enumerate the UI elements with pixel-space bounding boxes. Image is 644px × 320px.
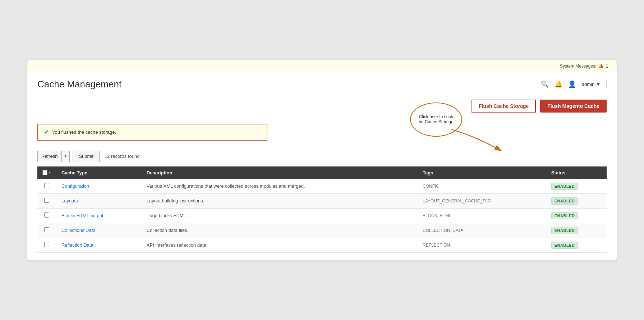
warning-triangle bbox=[599, 64, 604, 68]
system-messages-label: System Messages: bbox=[560, 64, 596, 69]
callout-arrow bbox=[448, 129, 505, 155]
table-body: Configuration Various XML configurations… bbox=[37, 179, 607, 253]
content-area: Click here to flush the Cache Storage. F… bbox=[27, 95, 617, 260]
cache-type-cell[interactable]: Reflection Data bbox=[56, 238, 142, 252]
col-header-status: Status bbox=[546, 166, 607, 179]
refresh-dropdown-arrow[interactable]: ▼ bbox=[61, 151, 70, 162]
callout-text: Click here to flush the Cache Storage. bbox=[416, 114, 456, 124]
system-messages-count: 1 bbox=[606, 64, 608, 69]
status-cell: ENABLED bbox=[546, 223, 607, 238]
header: Cache Management 🔍 🔔 👤 admin ▼ bbox=[27, 72, 617, 95]
row-checkbox-cell bbox=[37, 208, 56, 223]
table-container: ▼ Cache Type Description Tags Status Con… bbox=[27, 166, 617, 253]
row-checkbox[interactable] bbox=[44, 227, 49, 232]
toolbar: Flush Cache Storage Flush Magento Cache bbox=[27, 95, 617, 117]
table-header: ▼ Cache Type Description Tags Status bbox=[37, 166, 607, 179]
header-row: ▼ Cache Type Description Tags Status bbox=[37, 166, 607, 179]
status-cell: ENABLED bbox=[546, 179, 607, 194]
submit-button[interactable]: Submit bbox=[73, 151, 99, 162]
cache-table: ▼ Cache Type Description Tags Status Con… bbox=[37, 166, 607, 253]
row-checkbox[interactable] bbox=[44, 242, 49, 247]
actions-bar: Refresh ▼ Submit 12 records found bbox=[27, 147, 617, 166]
row-checkbox-cell bbox=[37, 179, 56, 194]
refresh-button[interactable]: Refresh ▼ bbox=[37, 151, 70, 162]
status-cell: ENABLED bbox=[546, 238, 607, 252]
col-header-cache-type: Cache Type bbox=[56, 166, 142, 179]
row-checkbox[interactable] bbox=[44, 212, 49, 218]
status-badge: ENABLED bbox=[551, 212, 578, 219]
table-row: Layouts Layout building instructions. LA… bbox=[37, 193, 607, 208]
table-row: Configuration Various XML configurations… bbox=[37, 179, 607, 194]
status-badge: ENABLED bbox=[551, 242, 578, 249]
refresh-label: Refresh bbox=[38, 154, 61, 159]
system-bar: System Messages: 1 bbox=[27, 60, 617, 72]
tags-cell: CONFIG bbox=[418, 179, 546, 194]
row-checkbox-cell bbox=[37, 223, 56, 238]
tags-cell: COLLECTION_DATA bbox=[418, 223, 546, 238]
cache-type-cell[interactable]: Configuration bbox=[56, 179, 142, 194]
row-checkbox[interactable] bbox=[44, 183, 49, 188]
page-wrapper: System Messages: 1 Cache Management 🔍 🔔 … bbox=[27, 60, 617, 260]
row-checkbox-cell bbox=[37, 193, 56, 208]
admin-label-text: admin bbox=[582, 82, 594, 87]
table-row: Blocks HTML output Page blocks HTML. BLO… bbox=[37, 208, 607, 223]
success-message-box: ✔ You flushed the cache storage. bbox=[37, 124, 267, 141]
header-divider bbox=[606, 81, 607, 88]
status-badge: ENABLED bbox=[551, 183, 578, 190]
row-checkbox[interactable] bbox=[44, 198, 49, 203]
select-all-dropdown[interactable]: ▼ bbox=[48, 171, 51, 174]
warning-icon bbox=[598, 63, 604, 69]
table-row: Collections Data Collection data files. … bbox=[37, 223, 607, 238]
cache-type-cell[interactable]: Collections Data bbox=[56, 223, 142, 238]
row-checkbox-cell bbox=[37, 238, 56, 252]
bell-icon[interactable]: 🔔 bbox=[555, 80, 562, 88]
select-all-checkbox[interactable] bbox=[42, 170, 47, 175]
user-icon[interactable]: 👤 bbox=[568, 80, 576, 88]
description-cell: API interfaces reflection data. bbox=[142, 238, 418, 252]
select-all-column: ▼ bbox=[37, 166, 56, 179]
description-cell: Layout building instructions. bbox=[142, 193, 418, 208]
admin-menu[interactable]: admin ▼ bbox=[582, 82, 601, 87]
success-text: You flushed the cache storage. bbox=[52, 129, 116, 135]
col-header-description: Description bbox=[142, 166, 418, 179]
check-icon: ✔ bbox=[44, 129, 49, 136]
flush-cache-storage-button[interactable]: Flush Cache Storage bbox=[472, 100, 536, 113]
status-badge: ENABLED bbox=[551, 197, 578, 205]
status-badge: ENABLED bbox=[551, 227, 578, 234]
description-cell: Page blocks HTML. bbox=[142, 208, 418, 223]
tags-cell: REFLECTION bbox=[418, 238, 546, 252]
description-cell: Collection data files. bbox=[142, 223, 418, 238]
admin-dropdown-arrow: ▼ bbox=[596, 82, 601, 87]
cache-type-cell[interactable]: Blocks HTML output bbox=[56, 208, 142, 223]
description-cell: Various XML configurations that were col… bbox=[142, 179, 418, 194]
flush-magento-cache-button[interactable]: Flush Magento Cache bbox=[540, 100, 607, 113]
status-cell: ENABLED bbox=[546, 193, 607, 208]
status-cell: ENABLED bbox=[546, 208, 607, 223]
cache-type-cell[interactable]: Layouts bbox=[56, 193, 142, 208]
tags-cell: BLOCK_HTML bbox=[418, 208, 546, 223]
records-count: 12 records found bbox=[105, 154, 140, 159]
table-row: Reflection Data API interfaces reflectio… bbox=[37, 238, 607, 252]
search-icon[interactable]: 🔍 bbox=[541, 80, 549, 88]
col-header-tags: Tags bbox=[418, 166, 546, 179]
header-actions: 🔍 🔔 👤 admin ▼ bbox=[541, 80, 607, 88]
page-title: Cache Management bbox=[37, 79, 121, 90]
tags-cell: LAYOUT_GENERAL_CACHE_TAG bbox=[418, 193, 546, 208]
